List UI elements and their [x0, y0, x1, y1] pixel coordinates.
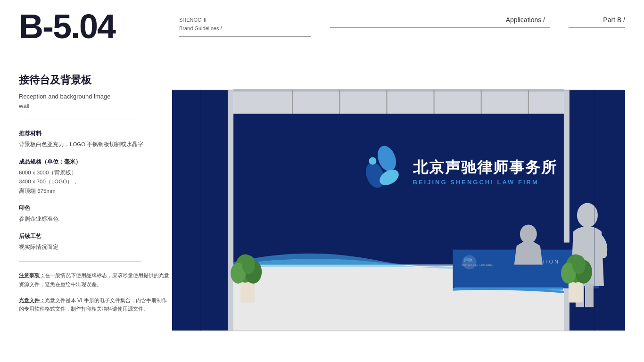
applications-label: Applications /	[330, 16, 550, 24]
brand-label: SHENGCHI Brand Guidelines /	[179, 16, 311, 33]
page-title: B-5.04	[19, 9, 170, 43]
sidebar-rule-2	[19, 261, 141, 262]
svg-rect-30	[455, 288, 563, 290]
partb-label: Part B /	[569, 16, 625, 24]
svg-rect-5	[233, 90, 564, 114]
svg-point-51	[572, 255, 586, 274]
header-top-rule	[179, 12, 311, 12]
header-partb: Part B /	[569, 9, 625, 28]
sidebar-section-specs: 成品规格（单位：毫米） 6000 x 3000（背景板）3400 x 700（L…	[19, 158, 170, 196]
svg-rect-19	[233, 114, 564, 264]
section-title-en: Reception and background image wall	[19, 92, 170, 110]
header: B-5.04 SHENGCHI Brand Guidelines / Appli…	[0, 0, 644, 71]
header-meta: SHENGCHI Brand Guidelines /	[179, 9, 311, 37]
sidebar-note-attention: 注意事项：在一般情况下使用品牌标志，应该尽量使用提供的光盘资源文件，避免在重绘中…	[19, 271, 170, 288]
partb-bottom-rule	[569, 27, 625, 28]
svg-text:BEIJING CHI LAW FIRM: BEIJING CHI LAW FIRM	[462, 264, 493, 267]
section-title-zh: 接待台及背景板	[19, 73, 170, 87]
svg-point-24	[369, 157, 376, 165]
header-applications: Applications /	[330, 9, 550, 28]
svg-text:声驰: 声驰	[464, 258, 472, 263]
svg-point-44	[242, 255, 255, 274]
svg-text:北京声驰律师事务所: 北京声驰律师事务所	[413, 159, 557, 176]
sidebar-section-process: 后续工艺 视实际情况而定	[19, 232, 170, 252]
sidebar: 接待台及背景板 Reception and background image w…	[19, 73, 170, 362]
sidebar-rule	[19, 120, 141, 120]
applications-bottom-rule	[330, 27, 550, 28]
svg-rect-2	[228, 90, 233, 331]
svg-rect-38	[585, 284, 594, 307]
svg-rect-6	[233, 89, 564, 91]
reception-scene-svg: 北京声驰律师事务所 BEIJING SHENGCHI LAW FIRM 声驰 B…	[172, 73, 625, 353]
sidebar-section-color: 印色 参照企业标准色	[19, 204, 170, 224]
partb-top-rule	[569, 12, 625, 12]
applications-top-rule	[330, 12, 550, 12]
sidebar-note-disc: 光盘文件：光盘文件是本 VI 手册的电子文件集合，内含手册制作的专用软件格式文件…	[19, 296, 170, 313]
svg-text:BEIJING SHENGCHI LAW FIRM: BEIJING SHENGCHI LAW FIRM	[413, 179, 539, 186]
header-bottom-rule	[179, 36, 311, 37]
sidebar-section-materials: 推荐材料 背景板白色亚克力，LOGO 不锈钢板切割或水晶字	[19, 130, 170, 149]
main-illustration: 北京声驰律师事务所 BEIJING SHENGCHI LAW FIRM 声驰 B…	[172, 73, 625, 353]
